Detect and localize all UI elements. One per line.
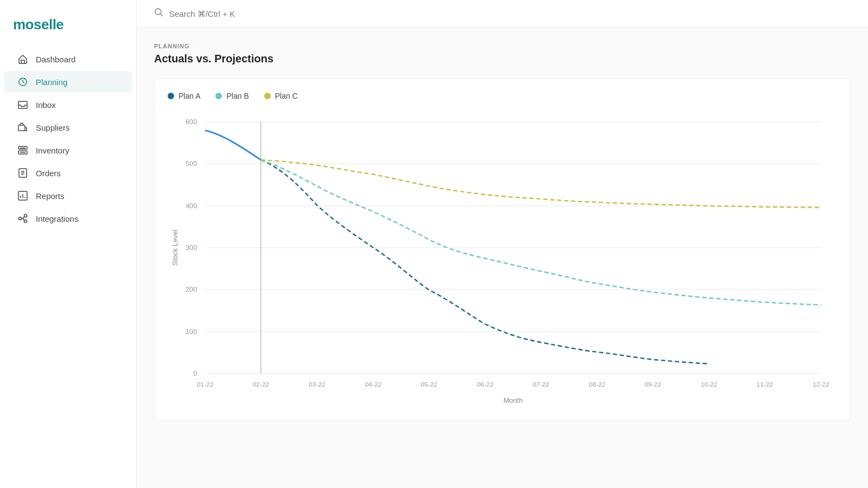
sidebar-item-inbox[interactable]: Inbox bbox=[4, 94, 132, 115]
sidebar-item-inventory[interactable]: Inventory bbox=[4, 139, 132, 161]
sidebar-item-suppliers[interactable]: Suppliers bbox=[4, 117, 132, 138]
svg-point-7 bbox=[19, 217, 22, 220]
legend-dot-plan-c bbox=[264, 93, 271, 99]
x-tick-05-22: 05-22 bbox=[421, 381, 437, 388]
legend-item-plan-b: Plan B bbox=[215, 92, 248, 100]
sidebar-item-label: Reports bbox=[36, 191, 65, 201]
x-tick-09-22: 09-22 bbox=[644, 381, 661, 388]
chart-container: Plan A Plan B Plan C bbox=[154, 78, 851, 420]
plan-c-dashed-line bbox=[261, 160, 821, 208]
x-axis-label: Month bbox=[503, 396, 523, 404]
inventory-icon bbox=[17, 145, 28, 156]
legend-dot-plan-a bbox=[168, 93, 174, 99]
home-icon bbox=[17, 54, 28, 65]
search-bar bbox=[137, 0, 868, 28]
sidebar-nav: Dashboard Planning Inbox bbox=[0, 48, 136, 229]
chart-legend: Plan A Plan B Plan C bbox=[168, 92, 837, 100]
x-tick-01-22: 01-22 bbox=[197, 381, 213, 388]
sidebar-item-label: Dashboard bbox=[36, 55, 75, 64]
sidebar-item-label: Inventory bbox=[36, 146, 69, 155]
sidebar-item-dashboard[interactable]: Dashboard bbox=[4, 48, 132, 70]
x-tick-11-22: 11-22 bbox=[757, 381, 773, 388]
x-tick-08-22: 08-22 bbox=[589, 381, 605, 388]
legend-label-plan-a: Plan A bbox=[178, 92, 200, 100]
svg-point-8 bbox=[24, 215, 27, 217]
legend-dot-plan-b bbox=[215, 93, 222, 99]
sidebar-item-label: Planning bbox=[36, 78, 67, 87]
y-tick-500: 500 bbox=[186, 159, 197, 168]
page-title: Actuals vs. Projections bbox=[154, 53, 851, 65]
y-tick-400: 400 bbox=[186, 202, 197, 210]
x-tick-07-22: 07-22 bbox=[533, 381, 549, 388]
main-content: PLANNING Actuals vs. Projections Plan A … bbox=[137, 0, 868, 488]
sidebar-item-label: Integrations bbox=[36, 214, 78, 223]
search-input[interactable] bbox=[169, 9, 851, 18]
plan-b-dashed-line bbox=[261, 160, 821, 305]
sidebar-item-orders[interactable]: Orders bbox=[4, 162, 132, 184]
actuals-projections-chart: 0 100 200 300 400 500 600 bbox=[168, 111, 837, 411]
app-logo: moselle bbox=[0, 11, 136, 48]
orders-icon bbox=[17, 168, 28, 178]
x-tick-06-22: 06-22 bbox=[477, 381, 493, 388]
svg-point-9 bbox=[24, 220, 27, 223]
planning-icon bbox=[17, 76, 28, 87]
legend-item-plan-c: Plan C bbox=[264, 92, 298, 100]
y-tick-200: 200 bbox=[186, 285, 197, 293]
inbox-icon bbox=[17, 99, 28, 110]
x-tick-02-22: 02-22 bbox=[253, 381, 269, 388]
content-area: PLANNING Actuals vs. Projections Plan A … bbox=[137, 28, 868, 488]
sidebar-item-label: Suppliers bbox=[36, 123, 70, 132]
integrations-icon bbox=[17, 213, 28, 224]
reports-icon bbox=[17, 190, 28, 201]
section-label: PLANNING bbox=[154, 43, 851, 49]
suppliers-icon bbox=[17, 122, 28, 133]
sidebar-item-planning[interactable]: Planning bbox=[4, 71, 132, 93]
sidebar: moselle Dashboard Planning bbox=[0, 0, 137, 488]
x-tick-04-22: 04-22 bbox=[365, 381, 381, 388]
y-tick-100: 100 bbox=[186, 328, 197, 336]
legend-label-plan-c: Plan C bbox=[275, 92, 298, 100]
y-tick-0: 0 bbox=[193, 369, 197, 377]
sidebar-item-label: Inbox bbox=[36, 100, 56, 110]
y-tick-300: 300 bbox=[186, 243, 197, 252]
legend-item-plan-a: Plan A bbox=[168, 92, 200, 100]
legend-label-plan-b: Plan B bbox=[226, 92, 248, 100]
x-tick-03-22: 03-22 bbox=[309, 381, 325, 388]
sidebar-item-integrations[interactable]: Integrations bbox=[4, 208, 132, 229]
x-tick-12-22: 12-22 bbox=[813, 381, 829, 388]
sidebar-item-label: Orders bbox=[36, 169, 61, 178]
plan-a-line bbox=[205, 131, 261, 160]
y-tick-600: 600 bbox=[186, 118, 197, 126]
svg-point-10 bbox=[155, 9, 161, 15]
plan-a-dashed-line bbox=[261, 160, 709, 364]
sidebar-item-reports[interactable]: Reports bbox=[4, 185, 132, 207]
search-icon bbox=[154, 8, 164, 20]
y-axis-label: Stock Level bbox=[171, 230, 179, 266]
x-tick-10-22: 10-22 bbox=[701, 381, 717, 388]
svg-rect-2 bbox=[18, 125, 25, 131]
